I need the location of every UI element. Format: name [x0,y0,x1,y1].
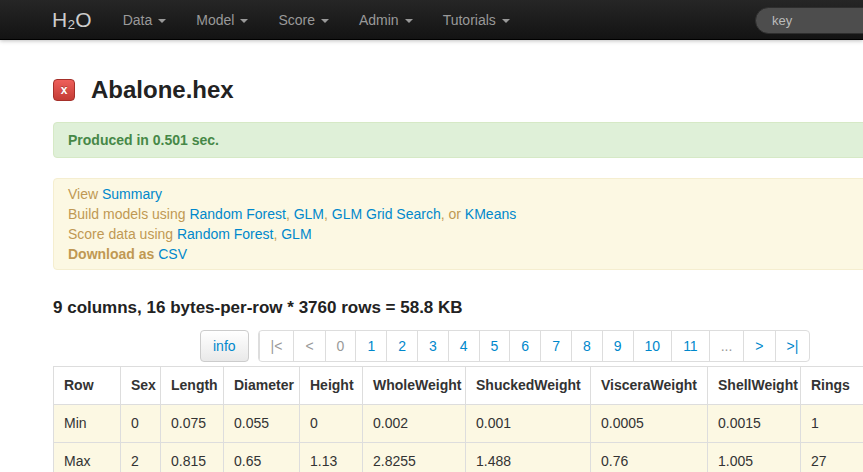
table-cell: Min [54,405,121,443]
pagination-page[interactable]: 9 [602,331,633,361]
action-link[interactable]: KMeans [465,206,516,222]
navbar-menu-item-label: Model [196,12,234,28]
table-cell: 0 [121,405,161,443]
page-title: Abalone.hex [91,76,234,104]
pagination-page[interactable]: 1 [355,331,386,361]
table-cell: 27 [801,443,863,472]
navbar-menu-item[interactable]: Tutorials [428,0,525,40]
app-logo[interactable]: H₂O [52,8,92,32]
table-cell: 0.055 [224,405,300,443]
chevron-down-icon [158,19,166,23]
table-cell: 0.815 [161,443,224,472]
actions-panel: View Summary Build models using Random F… [53,178,863,270]
table-cell: 1.13 [300,443,363,472]
table-cell: 0.0005 [591,405,708,443]
action-link[interactable]: GLM [294,206,324,222]
table-header-cell: Height [300,367,363,405]
navbar-menu-item[interactable]: Data [108,0,182,40]
action-segment: View [68,186,102,202]
navbar-menu-item[interactable]: Admin [344,0,428,40]
action-line-download: Download as CSV [68,244,863,264]
chevron-down-icon [502,19,510,23]
pagination-page[interactable]: 6 [509,331,540,361]
table-cell: 0.76 [591,443,708,472]
action-link[interactable]: Random Forest [177,226,273,242]
navbar-menu-item[interactable]: Score [263,0,344,40]
navbar-menu-item-label: Score [278,12,315,28]
action-link[interactable]: Random Forest [189,206,285,222]
chevron-down-icon [321,19,329,23]
key-search-input[interactable] [755,7,863,34]
table-header-cell: Diameter [224,367,300,405]
action-line-score-data: Score data using Random Forest, GLM [68,224,863,244]
table-cell: 0.001 [466,405,591,443]
chevron-down-icon [240,19,248,23]
navbar-menu-item-label: Data [123,12,153,28]
table-cell: 2.8255 [363,443,466,472]
table-header-row: RowSexLengthDiameterHeightWholeWeightShu… [54,367,863,405]
table-header-cell: Length [161,367,224,405]
table-cell: 1.488 [466,443,591,472]
navbar-menu-item-label: Admin [359,12,399,28]
action-link[interactable]: GLM Grid Search [332,206,441,222]
pagination: info |<<01234567891011...>>| [200,330,863,362]
action-segment: , [324,206,332,222]
action-link[interactable]: Summary [102,186,162,202]
table-cell: 2 [121,443,161,472]
table-cell: 1.005 [708,443,801,472]
action-link[interactable]: CSV [158,246,187,262]
pagination-page[interactable]: 0 [325,331,356,361]
title-row: x Abalone.hex [53,76,863,104]
table-body: Min00.0750.05500.0020.0010.00050.00151 M… [54,405,863,472]
table-header-cell: Rings [801,367,863,405]
pagination-page[interactable]: > [743,331,774,361]
table-cell: 0.0015 [708,405,801,443]
table-cell: 0 [300,405,363,443]
action-segment: , [286,206,294,222]
pagination-page[interactable]: 2 [386,331,417,361]
action-line-view-summary: View Summary [68,184,863,204]
table-header-cell: Row [54,367,121,405]
pagination-page[interactable]: < [293,331,324,361]
action-segment: Score data using [68,226,177,242]
table-header-cell: ShuckedWeight [466,367,591,405]
main-content: x Abalone.hex Produced in 0.501 sec. Vie… [0,76,863,472]
pagination-page[interactable]: 5 [479,331,510,361]
table-cell: 1 [801,405,863,443]
table-header-cell: VisceraWeight [591,367,708,405]
action-line-build-models: Build models using Random Forest, GLM, G… [68,204,863,224]
table-summary: 9 columns, 16 bytes-per-row * 3760 rows … [53,298,863,318]
table-row: Min00.0750.05500.0020.0010.00050.00151 [54,405,863,443]
action-link[interactable]: GLM [281,226,311,242]
action-segment: Build models using [68,206,189,222]
pagination-page[interactable]: 4 [448,331,479,361]
table-header-cell: ShellWeight [708,367,801,405]
table-cell: 0.002 [363,405,466,443]
pagination-page[interactable]: >| [775,331,810,361]
top-navbar: H₂O Data Model Score Admin Tut [0,0,863,40]
navbar-menu-item-label: Tutorials [443,12,496,28]
info-button[interactable]: info [200,330,249,362]
navbar-menu: Data Model Score Admin Tutorials [108,0,525,40]
pagination-page[interactable]: |< [259,331,294,361]
table-header-cell: Sex [121,367,161,405]
action-segment: Download as [68,246,158,262]
data-table: RowSexLengthDiameterHeightWholeWeightShu… [53,366,863,472]
table-row: Max20.8150.651.132.82551.4880.761.00527 [54,443,863,472]
pagination-page[interactable]: 11 [671,331,709,361]
chevron-down-icon [405,19,413,23]
table-cell: Max [54,443,121,472]
action-segment: , or [441,206,465,222]
pagination-group: |<<01234567891011...>>| [258,330,811,362]
status-alert: Produced in 0.501 sec. [53,122,863,158]
remove-key-button[interactable]: x [53,79,75,101]
pagination-page[interactable]: 3 [417,331,448,361]
pagination-page[interactable]: 7 [540,331,571,361]
table-cell: 0.075 [161,405,224,443]
pagination-page[interactable]: 10 [633,331,672,361]
pagination-page[interactable]: 8 [571,331,602,361]
navbar-menu-item[interactable]: Model [181,0,263,40]
table-cell: 0.65 [224,443,300,472]
table-header-cell: WholeWeight [363,367,466,405]
pagination-page[interactable]: ... [709,331,744,361]
